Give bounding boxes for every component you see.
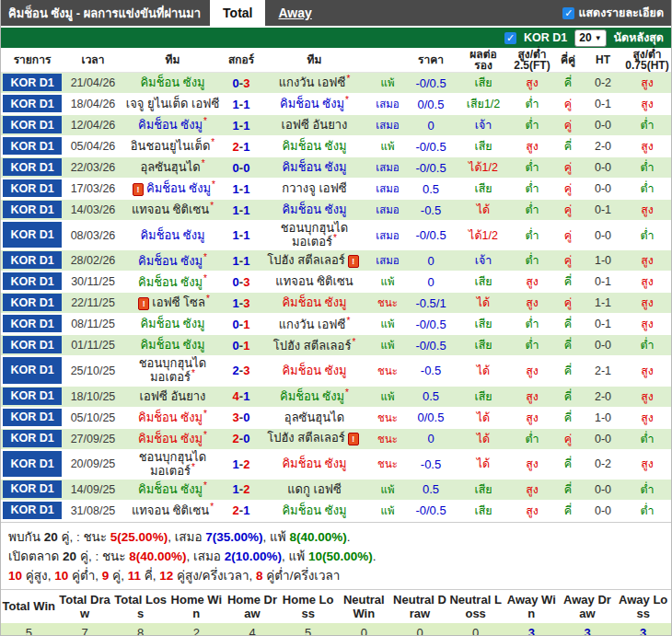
score-cell: 2-0 (223, 429, 260, 449)
ht-score-cell: 2-0 (583, 136, 623, 156)
home-team-cell: ชอนบุกฮุนไดมอเตอร์* (122, 450, 223, 479)
odds-cell: -0.5 (406, 356, 456, 385)
matches-count-select[interactable]: 20 ▼ (574, 29, 606, 47)
home-team-cell: คิมช็อน ซังมู* (122, 250, 223, 271)
odd-even-cell: คี่ (553, 387, 583, 407)
score-cell: 1-1 (223, 179, 260, 199)
home-score: 1 (233, 182, 239, 196)
home-score: 0 (233, 339, 239, 353)
header-over-under-ht: สูง/ต่ำ 0.75(HT) (623, 48, 671, 72)
star-icon: * (345, 387, 349, 398)
league-label: KOR D1 (3, 502, 62, 519)
score-cell: 1-1 (223, 115, 260, 135)
league-checkbox[interactable]: ✓ (504, 32, 516, 44)
match-row[interactable]: KOR D118/04/26เจจู ยูไนเต็ด เอฟซี1-1คิมช… (1, 94, 671, 115)
home-team-name: คิมช็อน ซังมู (138, 119, 203, 133)
odd-even-cell: คี่ (553, 136, 583, 156)
over-under-ht-cell: สูง (623, 293, 671, 313)
handicap-result-cell: ได้1/2 (456, 157, 511, 178)
league-cell: KOR D1 (1, 115, 64, 135)
away-team-name: คิมช็อน ซังมู (282, 503, 346, 517)
matches-count-value: 20 (579, 31, 591, 44)
ht-score-cell: 0-0 (583, 157, 623, 178)
match-row[interactable]: KOR D101/11/25คิมช็อน ซังมู0-1โปฮัง สตีล… (1, 335, 671, 356)
stats-header-cell: Home Draw (225, 590, 281, 623)
home-team-cell: คิมช็อน ซังมู (122, 73, 223, 93)
away-team-cell: คิมช็อน ซังมู (260, 450, 369, 479)
over-under-ht-cell: สูง (623, 450, 671, 479)
away-score: 1 (243, 254, 249, 268)
odd-even-cell: คี่ (553, 450, 583, 479)
match-row[interactable]: KOR D112/04/26คิมช็อน ซังมู*1-1เอฟซี อัน… (1, 115, 671, 136)
header-time: เวลา (64, 53, 122, 66)
match-row[interactable]: KOR D120/09/25ชอนบุกฮุนไดมอเตอร์*1-2คิมช… (1, 450, 671, 480)
home-score: 1 (233, 296, 239, 310)
over-under-ft-cell: ต่ำ (511, 200, 553, 220)
match-row[interactable]: KOR D131/08/25แทจอน ซิติเซน*2-1คิมช็อน ซ… (1, 501, 671, 522)
match-row[interactable]: KOR D118/10/25เอฟซี อันยาง4-1คิมช็อน ซัง… (1, 387, 671, 408)
score-cell: 2-1 (223, 136, 260, 156)
away-score: 1 (243, 318, 249, 331)
away-team-name: คิมช็อน ซังมู (282, 295, 346, 309)
summary-segment: . (373, 549, 377, 563)
odds-cell: 0.5 (406, 480, 456, 500)
home-team-name: คิมช็อน ซังมู (138, 432, 203, 445)
match-row[interactable]: KOR D108/11/25คิมช็อน ซังมู0-1แกงวัน เอฟ… (1, 314, 671, 335)
away-team-cell: โปฮัง สตีลเลอร์! (260, 250, 369, 271)
odd-even-cell: คู่ (553, 179, 583, 199)
tab-away[interactable]: Away (265, 0, 324, 26)
match-row[interactable]: KOR D117/03/26!คิมช็อน ซังมู*1-1กวางจู เ… (1, 179, 671, 200)
result-cell: เสมอ (369, 115, 406, 135)
match-row[interactable]: KOR D105/10/25คิมช็อน ซังมู*3-0อุลซันฮุน… (1, 408, 671, 429)
match-row[interactable]: KOR D130/11/25คิมช็อน ซังมู*0-3แทจอน ซิต… (1, 272, 671, 293)
odds-cell: -0/0.5 (406, 73, 456, 93)
header-odd-even: คี่คู่ (553, 53, 583, 66)
star-icon: * (352, 337, 355, 347)
date-cell: 14/09/25 (64, 480, 122, 500)
match-row[interactable]: KOR D127/09/25คิมช็อน ซังมู*2-0โปฮัง สตี… (1, 429, 671, 450)
home-team-name: คิมช็อน ซังมู (138, 275, 203, 289)
stats-value-cell: 5 (1, 623, 57, 636)
away-team-name: คิมช็อน ซังมู (282, 457, 346, 470)
show-details-checkbox[interactable]: ✓ แสดงรายละเอียด (562, 0, 671, 26)
match-row[interactable]: KOR D122/03/26อุลซันฮุนได*0-0คิมช็อน ซัง… (1, 157, 671, 179)
match-row[interactable]: KOR D122/11/25!เอฟซี โซล*1-3คิมช็อน ซังม… (1, 293, 671, 314)
over-under-ft-cell: ต่ำ (511, 221, 553, 249)
ht-score-cell: 2-0 (583, 387, 623, 407)
league-cell: KOR D1 (1, 314, 64, 334)
match-row[interactable]: KOR D121/04/26คิมช็อน ซังมู0-3แกงวัน เอฟ… (1, 73, 671, 94)
tab-total[interactable]: Total (210, 0, 265, 26)
score-cell: 0-3 (223, 272, 260, 292)
match-row[interactable]: KOR D105/04/26อินชอนยูไนเต็ด*2-1คิมช็อน … (1, 136, 671, 157)
stats-value-cell: 3 (615, 623, 671, 636)
league-cell: KOR D1 (1, 200, 64, 220)
date-cell: 31/08/25 (64, 501, 122, 521)
home-score: 0 (233, 318, 239, 331)
handicap-result-cell: ได้ (456, 429, 511, 449)
result-cell: แพ้ (369, 501, 406, 521)
away-team-cell: เอฟซี อันยาง (260, 115, 369, 135)
date-cell: 12/04/26 (64, 115, 122, 135)
match-row[interactable]: KOR D125/10/25ชอนบุกฮุนไดมอเตอร์*2-3คิมช… (1, 356, 671, 386)
handicap-result-cell: เสีย (456, 335, 511, 355)
home-score: 2 (233, 432, 239, 445)
ht-score-cell: 0-0 (583, 179, 623, 199)
away-team-name: คิมช็อน ซังมู (282, 364, 346, 377)
page-title: คิมช็อน ซังมู - ผลการแข่งขันที่ผ่านมา (1, 4, 210, 23)
match-row[interactable]: KOR D108/03/26คิมช็อน ซังมู1-1ชอนบุกฮุนไ… (1, 221, 671, 250)
stats-section: Total WinTotal DrawTotal LossHome WinHom… (1, 589, 671, 636)
stats-value-cell: 5 (280, 623, 336, 636)
star-icon: * (202, 158, 205, 168)
star-icon: * (191, 368, 195, 378)
score-cell: 0-3 (223, 73, 260, 93)
star-icon: * (212, 179, 215, 190)
match-row[interactable]: KOR D114/03/26แทจอน ซิติเซน*1-1คิมช็อน ซ… (1, 200, 671, 221)
star-icon: * (210, 502, 214, 512)
match-row[interactable]: KOR D128/02/26คิมช็อน ซังมู*1-1โปฮัง สตี… (1, 250, 671, 272)
date-cell: 01/11/25 (64, 335, 122, 355)
match-row[interactable]: KOR D114/09/25คิมช็อน ซังมู*1-2แดกู เอฟซ… (1, 480, 671, 501)
home-score: 1 (233, 98, 239, 111)
handicap-result-cell: เจ้า (456, 250, 511, 271)
summary-segment: , แพ้ (263, 530, 290, 544)
away-team-cell: คิมช็อน ซังมู (260, 200, 369, 220)
